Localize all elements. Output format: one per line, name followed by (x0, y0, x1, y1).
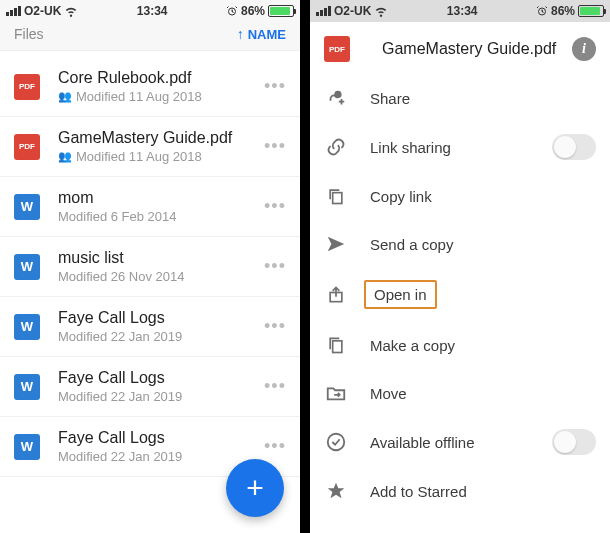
action-move[interactable]: Move (310, 369, 610, 417)
action-label: Move (370, 385, 407, 402)
more-actions-button[interactable]: ••• (260, 252, 290, 282)
battery-icon (578, 5, 604, 17)
action-label: Available offline (370, 434, 475, 451)
more-actions-button[interactable]: ••• (260, 72, 290, 102)
sheet-file-name: GameMastery Guide.pdf (382, 40, 558, 58)
file-modified: Modified 22 Jan 2019 (58, 449, 260, 464)
status-bar: O2-UK 13:34 86% (0, 0, 300, 22)
add-starred-icon (324, 479, 348, 503)
link-sharing-icon (324, 135, 348, 159)
file-name: music list (58, 249, 260, 267)
carrier-label: O2-UK (24, 4, 61, 18)
action-open-in[interactable]: Open in (310, 268, 610, 321)
action-link-sharing[interactable]: Link sharing (310, 122, 610, 172)
word-icon: W (14, 254, 40, 280)
files-heading: Files (14, 26, 44, 42)
action-label: Share (370, 90, 410, 107)
more-actions-button[interactable]: ••• (260, 312, 290, 342)
action-copy-link[interactable]: Copy link (310, 172, 610, 220)
file-modified: 👥Modified 11 Aug 2018 (58, 149, 260, 164)
file-modified: Modified 26 Nov 2014 (58, 269, 260, 284)
file-row[interactable]: PDFCore Rulebook.pdf👥Modified 11 Aug 201… (0, 51, 300, 117)
word-icon: W (14, 434, 40, 460)
make-copy-icon (324, 333, 348, 357)
more-actions-button[interactable]: ••• (260, 432, 290, 462)
more-actions-button[interactable]: ••• (260, 372, 290, 402)
action-share[interactable]: Share (310, 74, 610, 122)
alarm-icon (536, 5, 548, 17)
signal-icon (316, 6, 331, 16)
action-add-starred[interactable]: Add to Starred (310, 467, 610, 515)
sheet-header: PDF GameMastery Guide.pdf i (310, 22, 610, 74)
word-icon: W (14, 314, 40, 340)
battery-percent: 86% (241, 4, 265, 18)
copy-link-icon (324, 184, 348, 208)
file-row[interactable]: WFaye Call LogsModified 22 Jan 2019••• (0, 357, 300, 417)
status-bar: O2-UK 13:34 86% (310, 0, 610, 22)
file-row[interactable]: WFaye Call LogsModified 22 Jan 2019••• (0, 297, 300, 357)
wifi-icon (64, 4, 78, 18)
send-copy-icon (324, 232, 348, 256)
shared-icon: 👥 (58, 90, 72, 103)
action-label: Add to Starred (370, 483, 467, 500)
file-list: PDFCore Rulebook.pdf👥Modified 11 Aug 201… (0, 51, 300, 477)
file-modified: Modified 22 Jan 2019 (58, 389, 260, 404)
create-new-fab[interactable]: + (226, 459, 284, 517)
alarm-icon (226, 5, 238, 17)
file-modified: 👥Modified 11 Aug 2018 (58, 89, 260, 104)
battery-percent: 86% (551, 4, 575, 18)
action-label: Make a copy (370, 337, 455, 354)
file-actions-sheet: O2-UK 13:34 86% PDF GameMastery Guide.pd… (310, 0, 610, 533)
file-modified: Modified 22 Jan 2019 (58, 329, 260, 344)
action-list: ShareLink sharingCopy linkSend a copyOpe… (310, 74, 610, 515)
share-icon (324, 86, 348, 110)
file-name: mom (58, 189, 260, 207)
signal-icon (6, 6, 21, 16)
pdf-icon: PDF (14, 134, 40, 160)
action-label: Link sharing (370, 139, 451, 156)
file-modified: Modified 6 Feb 2014 (58, 209, 260, 224)
wifi-icon (374, 4, 388, 18)
file-list-screen: O2-UK 13:34 86% Files ↑ NAME PDFCore Rul… (0, 0, 300, 533)
battery-icon (268, 5, 294, 17)
file-row[interactable]: Wmusic listModified 26 Nov 2014••• (0, 237, 300, 297)
file-name: GameMastery Guide.pdf (58, 129, 260, 147)
link-sharing-toggle[interactable] (552, 134, 596, 160)
sort-by-name[interactable]: ↑ NAME (237, 26, 286, 42)
action-label: Open in (364, 280, 437, 309)
more-actions-button[interactable]: ••• (260, 132, 290, 162)
file-name: Core Rulebook.pdf (58, 69, 260, 87)
file-row[interactable]: PDFGameMastery Guide.pdf👥Modified 11 Aug… (0, 117, 300, 177)
pdf-icon: PDF (324, 36, 350, 62)
available-offline-icon (324, 430, 348, 454)
list-header: Files ↑ NAME (0, 22, 300, 51)
shared-icon: 👥 (58, 150, 72, 163)
action-send-copy[interactable]: Send a copy (310, 220, 610, 268)
move-icon (324, 381, 348, 405)
clock: 13:34 (137, 4, 168, 18)
arrow-up-icon: ↑ (237, 26, 244, 42)
open-in-icon (324, 283, 348, 307)
file-row[interactable]: WmomModified 6 Feb 2014••• (0, 177, 300, 237)
svg-rect-2 (333, 193, 342, 204)
file-name: Faye Call Logs (58, 369, 260, 387)
svg-point-5 (328, 434, 345, 451)
action-available-offline[interactable]: Available offline (310, 417, 610, 467)
clock: 13:34 (447, 4, 478, 18)
file-name: Faye Call Logs (58, 429, 260, 447)
action-label: Copy link (370, 188, 432, 205)
carrier-label: O2-UK (334, 4, 371, 18)
available-offline-toggle[interactable] (552, 429, 596, 455)
file-name: Faye Call Logs (58, 309, 260, 327)
svg-rect-4 (333, 341, 342, 353)
pdf-icon: PDF (14, 74, 40, 100)
word-icon: W (14, 194, 40, 220)
word-icon: W (14, 374, 40, 400)
more-actions-button[interactable]: ••• (260, 192, 290, 222)
info-button[interactable]: i (572, 37, 596, 61)
action-label: Send a copy (370, 236, 453, 253)
action-make-copy[interactable]: Make a copy (310, 321, 610, 369)
